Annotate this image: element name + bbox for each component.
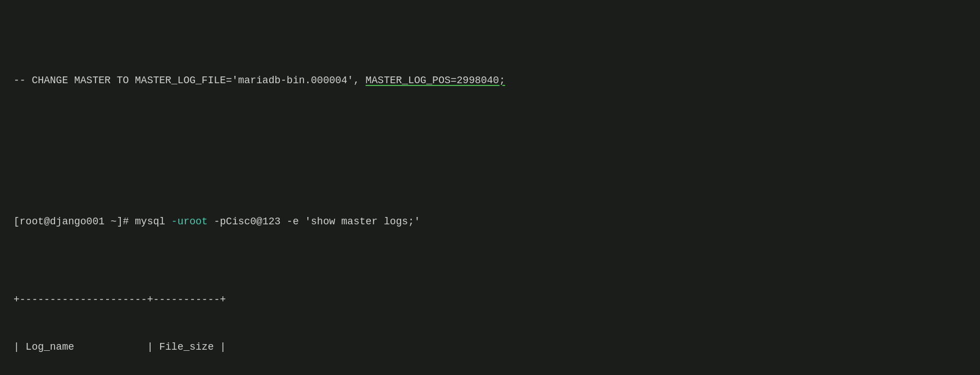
change-master-line: -- CHANGE MASTER TO MASTER_LOG_FILE='mar… <box>13 73 967 89</box>
blank-line-1 <box>13 135 967 151</box>
cmd-show-master-logs: [root@django001 ~]# mysql -uroot -pCisc0… <box>13 214 967 230</box>
master-log-pos: MASTER_LOG_POS=2998040; <box>366 75 505 86</box>
prompt-1: [root@django001 ~]# mysql <box>13 216 171 227</box>
table1-top: +---------------------+-----------+ <box>13 292 967 308</box>
table1-header: | Log_name | File_size | <box>13 340 967 355</box>
uroot-flag-1: -uroot <box>171 216 208 227</box>
terminal-window: -- CHANGE MASTER TO MASTER_LOG_FILE='mar… <box>13 10 967 375</box>
cmd-suffix-1: -pCisc0@123 -e 'show master logs;' <box>208 216 420 227</box>
